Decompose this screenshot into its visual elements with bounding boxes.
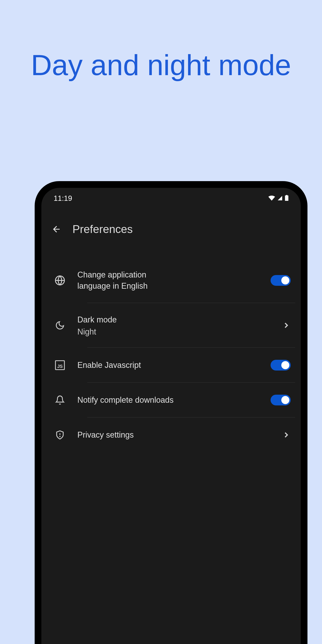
toggle-knob [281, 396, 289, 404]
status-icons [268, 194, 288, 202]
chevron-right-icon [282, 321, 291, 330]
js-icon: JS [54, 359, 66, 372]
battery-icon [285, 194, 288, 202]
setting-row-javascript[interactable]: JS Enable Javascript [42, 348, 300, 382]
settings-list: Change application language in English D… [42, 245, 300, 452]
setting-row-privacy[interactable]: Privacy settings [42, 418, 300, 452]
setting-label: Change application language in English [77, 269, 171, 292]
row-text: Privacy settings [77, 429, 270, 440]
row-action [270, 360, 291, 370]
toggle-knob [281, 276, 289, 284]
setting-row-language[interactable]: Change application language in English [42, 258, 300, 303]
javascript-toggle[interactable] [270, 360, 291, 370]
setting-row-notify[interactable]: Notify complete downloads [42, 382, 300, 418]
toggle-knob [281, 361, 289, 369]
setting-label: Notify complete downloads [77, 394, 260, 406]
row-action [270, 275, 291, 286]
phone-frame: 11:19 Preferences [35, 181, 308, 644]
status-bar: 11:19 [42, 188, 300, 202]
signal-icon [277, 194, 283, 202]
svg-text:JS: JS [57, 364, 62, 369]
globe-icon [54, 274, 66, 287]
svg-point-5 [60, 436, 60, 437]
row-text: Dark mode Night [77, 314, 270, 336]
setting-row-darkmode[interactable]: Dark mode Night [42, 303, 300, 348]
row-text: Enable Javascript [77, 360, 260, 371]
back-button[interactable] [52, 224, 61, 234]
row-action [270, 395, 291, 406]
setting-label: Dark mode [77, 314, 270, 325]
row-text: Notify complete downloads [77, 394, 260, 406]
shield-icon [54, 429, 66, 441]
moon-icon [54, 319, 66, 332]
setting-label: Privacy settings [77, 429, 270, 440]
app-bar: Preferences [42, 202, 300, 245]
screen-title: Preferences [72, 223, 133, 236]
page-title: Day and night mode [0, 0, 322, 86]
phone-screen: 11:19 Preferences [41, 188, 301, 644]
setting-value: Night [77, 327, 270, 336]
row-text: Change application language in English [77, 269, 260, 292]
status-time: 11:19 [54, 194, 72, 202]
language-toggle[interactable] [270, 275, 291, 286]
bell-icon [54, 394, 66, 406]
wifi-icon [268, 194, 275, 202]
notify-toggle[interactable] [270, 395, 291, 406]
setting-label: Enable Javascript [77, 360, 260, 371]
chevron-right-icon [282, 430, 291, 440]
